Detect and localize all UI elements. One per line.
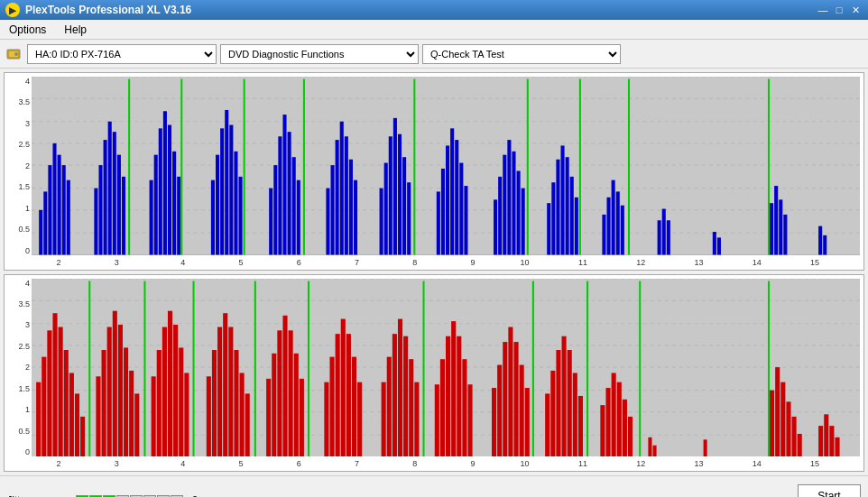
svg-rect-97 [667, 220, 670, 254]
svg-rect-139 [173, 324, 178, 456]
svg-rect-192 [556, 350, 560, 457]
svg-rect-215 [818, 426, 823, 456]
svg-rect-12 [39, 210, 42, 255]
toolbar: HA:0 ID:0 PX-716A DVD Diagnostic Functio… [0, 40, 868, 69]
svg-rect-156 [289, 330, 293, 456]
svg-rect-45 [278, 136, 282, 254]
svg-rect-126 [96, 376, 100, 456]
menu-help[interactable]: Help [59, 22, 92, 38]
svg-rect-105 [818, 226, 822, 255]
svg-rect-200 [612, 373, 616, 456]
maximize-button[interactable]: □ [832, 4, 846, 16]
svg-rect-182 [492, 388, 496, 456]
svg-rect-205 [648, 437, 651, 456]
svg-rect-195 [573, 373, 577, 456]
svg-rect-213 [792, 416, 797, 456]
app-icon: ▶ [5, 3, 20, 17]
svg-rect-92 [616, 191, 620, 254]
svg-rect-158 [300, 378, 304, 456]
svg-rect-211 [780, 382, 785, 456]
svg-rect-19 [94, 189, 97, 255]
svg-rect-155 [282, 315, 287, 456]
svg-rect-179 [457, 336, 461, 456]
svg-rect-127 [102, 350, 106, 457]
indicators-section: Jitter: 2 Peak Shift: [7, 494, 198, 498]
jitter-label: Jitter: [7, 494, 70, 498]
svg-rect-54 [340, 122, 344, 255]
svg-rect-13 [43, 191, 47, 254]
drive-icon [4, 44, 23, 64]
svg-rect-75 [503, 155, 506, 255]
svg-rect-216 [824, 414, 828, 456]
svg-rect-15 [52, 143, 56, 255]
svg-rect-185 [508, 327, 512, 456]
svg-rect-212 [786, 401, 790, 456]
svg-rect-56 [349, 160, 353, 255]
svg-rect-104 [783, 215, 787, 255]
svg-rect-48 [292, 157, 296, 254]
svg-rect-30 [163, 111, 167, 254]
svg-rect-58 [380, 189, 383, 255]
svg-rect-172 [409, 359, 413, 456]
svg-rect-122 [69, 373, 74, 456]
svg-rect-143 [207, 376, 211, 456]
svg-rect-184 [503, 342, 507, 456]
svg-rect-188 [525, 388, 530, 456]
svg-rect-28 [154, 155, 158, 255]
svg-rect-24 [117, 155, 121, 255]
main-content: 4 3.5 3 2.5 2 1.5 1 0.5 0 [0, 69, 868, 475]
svg-rect-161 [329, 356, 334, 456]
svg-rect-43 [269, 189, 272, 255]
svg-rect-102 [774, 186, 778, 254]
top-chart-area [32, 77, 860, 255]
svg-point-2 [14, 52, 18, 56]
svg-rect-40 [234, 152, 237, 255]
svg-rect-173 [414, 382, 419, 456]
svg-rect-14 [48, 165, 51, 254]
svg-rect-71 [459, 163, 463, 255]
svg-rect-73 [494, 199, 497, 254]
svg-rect-157 [294, 353, 299, 456]
svg-rect-51 [326, 189, 329, 255]
svg-rect-146 [223, 313, 227, 456]
svg-rect-70 [455, 140, 458, 254]
svg-rect-194 [568, 350, 572, 457]
minimize-button[interactable]: — [816, 4, 830, 16]
window-controls: — □ ✕ [816, 4, 863, 16]
drive-select[interactable]: HA:0 ID:0 PX-716A [27, 44, 217, 64]
svg-rect-88 [579, 79, 581, 255]
svg-rect-66 [437, 191, 440, 254]
svg-rect-74 [498, 177, 502, 255]
svg-rect-53 [336, 140, 339, 254]
svg-rect-190 [545, 393, 549, 456]
menu-options[interactable]: Options [4, 22, 51, 38]
svg-rect-154 [277, 330, 282, 456]
svg-rect-68 [446, 145, 449, 254]
svg-rect-118 [47, 330, 51, 456]
svg-rect-55 [345, 136, 348, 254]
svg-rect-183 [497, 364, 502, 456]
start-button[interactable]: Start [798, 484, 861, 498]
svg-rect-72 [464, 186, 467, 254]
top-y-axis: 4 3.5 3 2.5 2 1.5 1 0.5 0 [6, 77, 32, 255]
svg-rect-186 [513, 342, 518, 456]
svg-rect-33 [177, 177, 180, 255]
svg-rect-123 [75, 393, 79, 456]
svg-rect-23 [113, 132, 116, 254]
svg-rect-117 [42, 356, 46, 456]
svg-rect-201 [617, 382, 622, 456]
svg-rect-166 [357, 382, 362, 456]
svg-rect-121 [64, 350, 69, 457]
svg-rect-59 [384, 163, 388, 255]
bottom-chart-area [32, 279, 860, 457]
test-select[interactable]: Q-Check TA Test [422, 44, 621, 64]
svg-rect-141 [184, 373, 189, 456]
close-button[interactable]: ✕ [848, 4, 863, 16]
svg-rect-214 [798, 434, 802, 456]
function-select[interactable]: DVD Diagnostic Functions [220, 44, 419, 64]
svg-rect-131 [124, 347, 128, 456]
svg-rect-81 [547, 203, 550, 254]
svg-rect-93 [621, 206, 624, 255]
svg-rect-204 [639, 281, 641, 456]
svg-rect-177 [446, 336, 450, 456]
